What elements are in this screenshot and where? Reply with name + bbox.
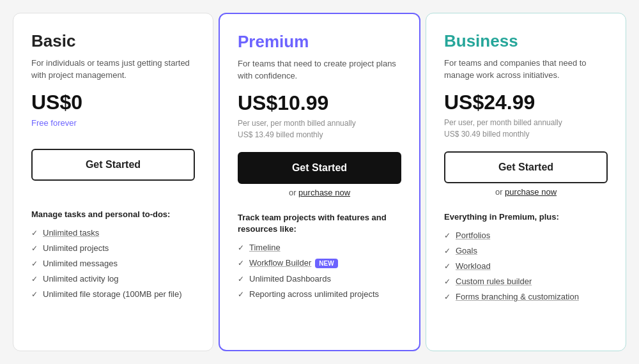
plan-name-basic: Basic bbox=[31, 31, 195, 51]
plan-price-basic: US$0 bbox=[31, 91, 195, 114]
feature-list-basic: ✓Unlimited tasks✓Unlimited projects✓Unli… bbox=[31, 228, 195, 299]
plan-price-premium: US$10.99 bbox=[238, 91, 401, 115]
list-item: ✓Unlimited Dashboards bbox=[238, 274, 401, 284]
list-item: ✓Unlimited projects bbox=[31, 243, 195, 253]
check-icon: ✓ bbox=[31, 244, 38, 253]
feature-label-premium-3: Reporting across unlimited projects bbox=[249, 289, 379, 299]
list-item: ✓Workload bbox=[444, 261, 608, 271]
list-item: ✓Unlimited activity log bbox=[31, 274, 195, 284]
feature-label-basic-2: Unlimited messages bbox=[43, 259, 118, 268]
check-icon: ✓ bbox=[31, 229, 38, 238]
check-icon: ✓ bbox=[238, 243, 244, 252]
check-icon: ✓ bbox=[31, 275, 38, 284]
plan-name-business: Business bbox=[444, 31, 608, 51]
feature-label-premium-2: Unlimited Dashboards bbox=[249, 274, 331, 284]
check-icon: ✓ bbox=[444, 246, 450, 255]
list-item: ✓Goals bbox=[444, 246, 608, 255]
list-item: ✓Portfolios bbox=[444, 231, 608, 240]
plan-price-sub-premium: Per user, per month billed annually US$ … bbox=[238, 118, 401, 140]
list-item: ✓Timeline bbox=[238, 243, 401, 252]
get-started-button-basic[interactable]: Get Started bbox=[31, 149, 195, 181]
plan-card-basic: BasicFor individuals or teams just getti… bbox=[13, 13, 213, 351]
purchase-now-link-premium[interactable]: purchase now bbox=[298, 188, 350, 197]
list-item: ✓Forms branching & customization bbox=[444, 292, 608, 301]
feature-label-business-0[interactable]: Portfolios bbox=[456, 231, 490, 240]
purchase-now-row-premium: or purchase now bbox=[238, 188, 401, 201]
features-title-business: Everything in Premium, plus: bbox=[444, 211, 608, 223]
feature-label-business-2[interactable]: Workload bbox=[456, 261, 491, 271]
list-item: ✓Custom rules builder bbox=[444, 277, 608, 286]
plan-price-business: US$24.99 bbox=[444, 91, 608, 114]
list-item: ✓Unlimited tasks bbox=[31, 228, 195, 238]
plan-price-sub-business: Per user, per month billed annually US$ … bbox=[444, 117, 608, 140]
plan-description-basic: For individuals or teams just getting st… bbox=[31, 57, 195, 82]
feature-label-basic-3: Unlimited activity log bbox=[43, 274, 119, 284]
list-item: ✓Reporting across unlimited projects bbox=[238, 289, 401, 299]
purchase-now-row-business: or purchase now bbox=[444, 187, 608, 200]
check-icon: ✓ bbox=[444, 262, 450, 271]
plan-description-premium: For teams that need to create project pl… bbox=[238, 58, 401, 82]
check-icon: ✓ bbox=[238, 259, 244, 268]
pricing-container: BasicFor individuals or teams just getti… bbox=[0, 0, 639, 364]
get-started-button-premium[interactable]: Get Started bbox=[238, 152, 401, 184]
check-icon: ✓ bbox=[444, 292, 450, 301]
feature-label-business-3[interactable]: Custom rules builder bbox=[456, 277, 532, 286]
feature-label-premium-1[interactable]: Workflow BuilderNEW bbox=[249, 258, 338, 268]
purchase-now-link-business[interactable]: purchase now bbox=[505, 187, 557, 197]
feature-label-premium-0[interactable]: Timeline bbox=[249, 243, 281, 252]
plan-card-business: BusinessFor teams and companies that nee… bbox=[426, 13, 626, 351]
get-started-button-business[interactable]: Get Started bbox=[444, 151, 608, 183]
feature-list-business: ✓Portfolios✓Goals✓Workload✓Custom rules … bbox=[444, 231, 608, 301]
check-icon: ✓ bbox=[238, 290, 244, 299]
check-icon: ✓ bbox=[444, 231, 450, 240]
feature-label-basic-1: Unlimited projects bbox=[43, 243, 109, 253]
check-icon: ✓ bbox=[238, 275, 244, 284]
plan-price-sub-basic: Free forever bbox=[31, 117, 195, 137]
list-item: ✓Unlimited messages bbox=[31, 259, 195, 268]
feature-label-business-4[interactable]: Forms branching & customization bbox=[456, 292, 579, 301]
list-item: ✓Unlimited file storage (100MB per file) bbox=[31, 289, 195, 299]
check-icon: ✓ bbox=[31, 259, 38, 268]
features-title-premium: Track team projects with features and re… bbox=[238, 212, 401, 235]
list-item: ✓Workflow BuilderNEW bbox=[238, 258, 401, 268]
features-title-basic: Manage tasks and personal to-dos: bbox=[31, 209, 195, 220]
feature-label-basic-0[interactable]: Unlimited tasks bbox=[43, 228, 99, 238]
new-badge: NEW bbox=[315, 259, 337, 268]
purchase-now-row-basic bbox=[31, 185, 195, 197]
check-icon: ✓ bbox=[444, 277, 450, 286]
feature-label-business-1[interactable]: Goals bbox=[456, 246, 477, 255]
feature-list-premium: ✓Timeline✓Workflow BuilderNEW✓Unlimited … bbox=[238, 243, 401, 299]
check-icon: ✓ bbox=[31, 290, 38, 299]
plan-card-premium: PremiumFor teams that need to create pro… bbox=[219, 13, 420, 351]
plan-description-business: For teams and companies that need to man… bbox=[444, 57, 608, 82]
plan-name-premium: Premium bbox=[238, 32, 401, 52]
feature-label-basic-4: Unlimited file storage (100MB per file) bbox=[43, 289, 181, 299]
